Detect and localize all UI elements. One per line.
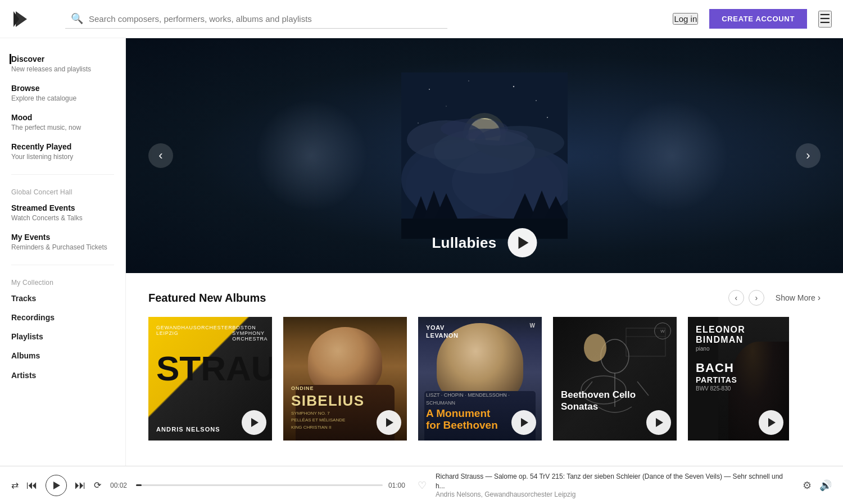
hero-prev-button[interactable]: ‹: [148, 143, 173, 168]
album-card-strauss[interactable]: GEWANDHAUSORCHESTER LEIPZIG BOSTON SYMPH…: [148, 317, 272, 441]
hero-footer: Lullabies: [432, 228, 537, 257]
svg-point-4: [468, 80, 469, 81]
sidebar-browse-title: Browse: [11, 83, 114, 93]
settings-button[interactable]: ⚙: [803, 479, 812, 492]
sibelius-label: ONDINE: [291, 385, 399, 391]
sidebar-item-recently-played[interactable]: Recently Played Your listening history: [0, 137, 125, 166]
skip-back-icon: ⏮: [26, 479, 38, 492]
album-card-beethoven[interactable]: Beethoven Cello Sonatas W: [553, 317, 677, 441]
album-card-sibelius[interactable]: ONDINE SIBELIUS SYMPHONY NO. 7 PELLÉAS E…: [283, 317, 407, 441]
sidebar-item-streamed-events[interactable]: Streamed Events Watch Concerts & Talks: [0, 198, 125, 228]
skip-fwd-button[interactable]: ⏭: [75, 479, 86, 492]
beethoven-badge-text: W: [660, 329, 665, 334]
svg-point-9: [418, 122, 419, 124]
main-content: ‹: [126, 38, 843, 466]
shuffle-button[interactable]: ⇄: [11, 480, 19, 491]
featured-albums-title: Featured New Albums: [148, 292, 728, 305]
hamburger-menu-button[interactable]: ☰: [818, 11, 832, 28]
svg-point-7: [446, 106, 446, 106]
skip-back-button[interactable]: ⏮: [26, 479, 38, 492]
hero-glow-left: [255, 99, 368, 212]
repeat-button[interactable]: ⟳: [94, 480, 101, 491]
album-cover-eleanor: ELEONOR BINDMAN piano BACH PARTITAS BWV …: [688, 317, 789, 441]
eleanor-composer: BACH: [696, 361, 781, 375]
hero-next-button[interactable]: ›: [796, 143, 821, 168]
body-wrap: Discover New releases and playlists Brow…: [0, 38, 843, 466]
album-card-eleanor[interactable]: ELEONOR BINDMAN piano BACH PARTITAS BWV …: [688, 317, 789, 441]
album-cover-sibelius: ONDINE SIBELIUS SYMPHONY NO. 7 PELLÉAS E…: [283, 317, 407, 441]
player-bar: ⇄ ⏮ ⏭ ⟳ 00:02 01:00 ♡ Richard Strauss — …: [0, 466, 843, 504]
svg-point-6: [536, 100, 537, 101]
yoav-sub: LISZT · CHOPIN · MENDELSSOHN · SCHUMANN: [426, 392, 534, 407]
sidebar-item-browse[interactable]: Browse Explore the catalogue: [0, 79, 125, 108]
sidebar-recently-played-sub: Your listening history: [11, 152, 114, 162]
search-bar[interactable]: 🔍: [65, 9, 447, 29]
shuffle-icon: ⇄: [11, 480, 19, 491]
logo[interactable]: [11, 9, 31, 29]
show-more-label: Show More: [776, 293, 815, 302]
strauss-label-left: GEWANDHAUSORCHESTER LEIPZIG: [156, 325, 232, 342]
sidebar-item-discover[interactable]: Discover New releases and playlists: [0, 49, 125, 79]
sidebar-item-recordings[interactable]: Recordings: [0, 308, 125, 327]
featured-albums-next-button[interactable]: ›: [749, 290, 764, 306]
svg-point-5: [513, 86, 514, 87]
beethoven-label-badge: W: [654, 323, 671, 339]
total-time: 01:00: [388, 482, 409, 489]
album-strauss-play-icon: [251, 418, 259, 427]
sidebar-artists-title: Artists: [11, 370, 114, 380]
sidebar-item-mood[interactable]: Mood The perfect music, now: [0, 108, 125, 137]
eleanor-instrument: piano: [696, 346, 781, 352]
play-pause-button[interactable]: [46, 475, 67, 496]
eleanor-work: PARTITAS: [696, 375, 781, 384]
hero-play-button[interactable]: [508, 228, 537, 257]
albums-row: GEWANDHAUSORCHESTER LEIPZIG BOSTON SYMPH…: [148, 317, 821, 441]
album-card-yoav[interactable]: YOAV LEVANON LISZT · CHOPIN · MENDELSSOH…: [418, 317, 542, 441]
strauss-main-text: STRAUSS: [156, 353, 264, 384]
current-time: 00:02: [110, 482, 130, 489]
sidebar-item-tracks[interactable]: Tracks: [0, 289, 125, 308]
header-right: Log in CREATE ACCOUNT ☰: [673, 9, 832, 29]
album-sibelius-play-button[interactable]: [377, 410, 401, 435]
sidebar-item-artists[interactable]: Artists: [0, 366, 125, 385]
hero-glow-right: [616, 99, 728, 212]
sidebar-recordings-title: Recordings: [11, 312, 114, 323]
sidebar-item-albums[interactable]: Albums: [0, 346, 125, 365]
sidebar-collection-label: My Collection: [0, 273, 125, 289]
sidebar-concert-label: Global Concert Hall: [0, 183, 125, 198]
yoav-name: YOAV LEVANON: [426, 324, 459, 340]
create-account-button[interactable]: CREATE ACCOUNT: [709, 9, 807, 29]
sidebar-playlists-title: Playlists: [11, 332, 114, 342]
eleanor-bach-section: BACH PARTITAS BWV 825-830: [696, 361, 781, 392]
sidebar-browse-sub: Explore the catalogue: [11, 94, 114, 103]
track-artist: Andris Nelsons, Gewandhausorchester Leip…: [436, 491, 794, 498]
play-pause-icon: [53, 482, 60, 489]
sidebar-discover-title: Discover: [10, 54, 114, 64]
sidebar-item-playlists[interactable]: Playlists: [0, 327, 125, 346]
sidebar-streamed-events-sub: Watch Concerts & Talks: [11, 214, 114, 223]
hero-banner: ‹: [126, 38, 843, 273]
sidebar-concert-section: Global Concert Hall Streamed Events Watc…: [0, 183, 125, 257]
eleanor-overlay: ELEONOR BINDMAN piano BACH PARTITAS BWV …: [688, 317, 789, 441]
search-input[interactable]: [89, 14, 442, 24]
progress-area: 00:02 01:00: [110, 482, 409, 489]
eleanor-catalog: BWV 825-830: [696, 385, 781, 392]
sidebar-discover-sub: New releases and playlists: [11, 65, 114, 74]
hero-album-image: [401, 72, 568, 239]
login-button[interactable]: Log in: [673, 13, 698, 25]
favorite-button[interactable]: ♡: [418, 479, 427, 492]
album-cover-yoav: YOAV LEVANON LISZT · CHOPIN · MENDELSSOH…: [418, 317, 542, 441]
progress-bar[interactable]: [136, 484, 383, 486]
album-cover-beethoven: Beethoven Cello Sonatas W: [553, 317, 677, 441]
skip-fwd-icon: ⏭: [75, 479, 86, 492]
featured-albums-prev-button[interactable]: ‹: [728, 290, 744, 306]
album-strauss-play-button[interactable]: [242, 410, 266, 435]
featured-albums-show-more[interactable]: Show More ›: [776, 293, 821, 303]
gear-icon: ⚙: [803, 480, 812, 491]
album-beethoven-play-button[interactable]: [646, 410, 671, 435]
album-yoav-play-button[interactable]: [511, 410, 536, 435]
volume-button[interactable]: 🔊: [819, 479, 832, 492]
sidebar-mood-sub: The perfect music, now: [11, 123, 114, 133]
strauss-label-right: BOSTON SYMPHONY ORCHESTRA: [232, 325, 268, 342]
sidebar-item-my-events[interactable]: My Events Reminders & Purchased Tickets: [0, 228, 125, 257]
player-controls: ⇄ ⏮ ⏭ ⟳: [11, 475, 101, 496]
